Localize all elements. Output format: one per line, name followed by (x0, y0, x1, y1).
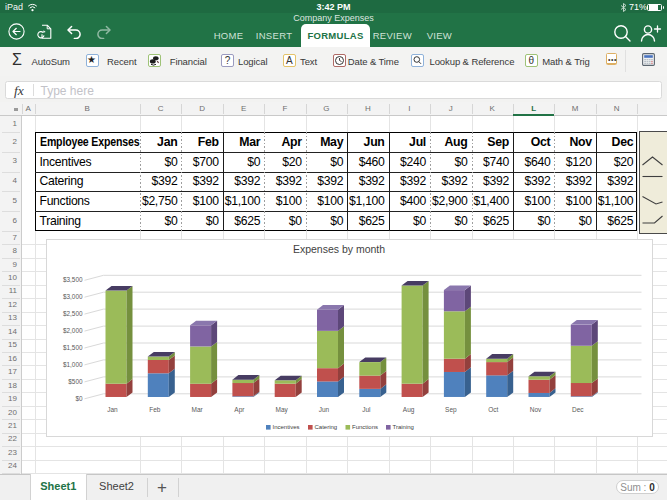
svg-text:$1,500: $1,500 (62, 343, 82, 350)
svg-text:May: May (275, 406, 288, 414)
svg-text:Nov: Nov (529, 406, 541, 413)
svg-text:Oct: Oct (488, 406, 498, 413)
svg-text:Jul: Jul (362, 406, 371, 413)
svg-text:Feb: Feb (149, 406, 161, 413)
svg-text:Sep: Sep (445, 406, 457, 414)
svg-text:Jan: Jan (107, 406, 118, 413)
svg-text:Apr: Apr (234, 406, 245, 414)
svg-text:$0: $0 (75, 394, 83, 401)
svg-text:$1,000: $1,000 (62, 360, 82, 367)
svg-text:Dec: Dec (572, 406, 584, 413)
svg-text:Mar: Mar (191, 406, 203, 413)
svg-text:Functions: Functions (352, 424, 378, 430)
svg-text:Incentives: Incentives (272, 424, 299, 430)
svg-text:$3,500: $3,500 (62, 276, 82, 283)
svg-text:Catering: Catering (314, 424, 337, 430)
svg-text:Training: Training (392, 424, 413, 430)
svg-text:Aug: Aug (402, 406, 414, 414)
svg-text:$2,000: $2,000 (62, 326, 82, 333)
svg-text:$500: $500 (68, 377, 83, 384)
svg-text:$2,500: $2,500 (62, 309, 82, 316)
svg-text:$3,000: $3,000 (62, 292, 82, 299)
svg-text:Expenses by month: Expenses by month (292, 242, 384, 254)
svg-text:Jun: Jun (318, 406, 329, 413)
